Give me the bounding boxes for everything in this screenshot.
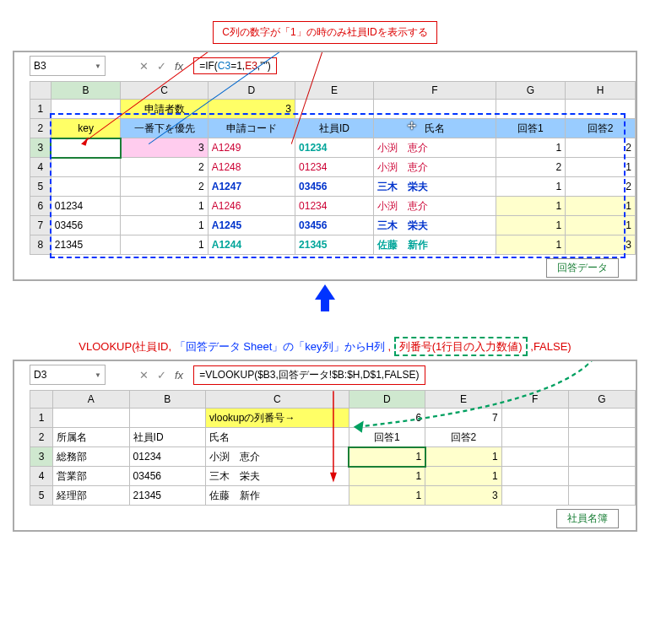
- col-header[interactable]: E: [295, 82, 374, 100]
- cell[interactable]: 氏名: [206, 428, 349, 447]
- cell[interactable]: 所属名: [53, 428, 129, 447]
- cell[interactable]: 1: [566, 158, 636, 177]
- cell[interactable]: 小渕 恵介: [374, 197, 496, 216]
- cell[interactable]: 3: [121, 138, 208, 158]
- cell[interactable]: 回答1: [349, 428, 425, 447]
- col-header[interactable]: G: [496, 82, 566, 100]
- cell[interactable]: 回答1: [496, 119, 566, 138]
- sheet-tab[interactable]: 回答データ: [546, 258, 619, 278]
- row-header[interactable]: 3: [30, 138, 51, 158]
- cell[interactable]: 1: [566, 197, 636, 216]
- cancel-icon[interactable]: ✕: [139, 60, 149, 73]
- cell[interactable]: 小渕 恵介: [206, 447, 349, 467]
- formula-bar[interactable]: =VLOOKUP($B3,回答データ!$B:$H,D$1,FALSE): [190, 365, 636, 384]
- col-header[interactable]: A: [53, 391, 129, 409]
- cell[interactable]: 2: [121, 158, 208, 177]
- cell[interactable]: 1: [425, 447, 501, 467]
- cell[interactable]: 佐藤 新作: [206, 486, 349, 506]
- col-header[interactable]: D: [208, 82, 295, 100]
- row-header[interactable]: 3: [30, 447, 53, 467]
- cell[interactable]: 回答2: [566, 119, 636, 138]
- cell[interactable]: 21345: [295, 235, 374, 255]
- cell[interactable]: 2: [496, 158, 566, 177]
- row-header[interactable]: 2: [30, 119, 51, 138]
- cell[interactable]: 03456: [295, 216, 374, 235]
- col-header[interactable]: C: [206, 391, 349, 409]
- row-header[interactable]: 2: [30, 428, 53, 447]
- enter-icon[interactable]: ✓: [157, 369, 166, 382]
- cell[interactable]: 1: [349, 467, 425, 486]
- sheet-grid[interactable]: A B C D E F G 1 vlookupの列番号→ 6 7 2 所属名 社…: [30, 390, 636, 506]
- cell[interactable]: 1: [496, 216, 566, 235]
- cell[interactable]: 1: [349, 486, 425, 506]
- cell[interactable]: 2: [121, 177, 208, 197]
- cell[interactable]: 一番下を優先: [121, 119, 208, 138]
- cell[interactable]: 1: [349, 447, 425, 467]
- dropdown-icon[interactable]: ▼: [95, 371, 101, 379]
- name-box[interactable]: D3 ▼: [30, 365, 106, 385]
- cell[interactable]: 01234: [295, 197, 374, 216]
- cell[interactable]: 1: [121, 197, 208, 216]
- cell[interactable]: 01234: [129, 447, 205, 467]
- cell[interactable]: 1: [121, 216, 208, 235]
- cell[interactable]: 1: [496, 197, 566, 216]
- sheet-grid[interactable]: B C D E F G H 1 申請者数 3 2 key 一番下を優先 申請コー…: [30, 81, 636, 255]
- cell[interactable]: 小渕 恵介: [374, 138, 496, 158]
- cell[interactable]: A1248: [208, 158, 295, 177]
- cell[interactable]: 三木 栄夫: [206, 467, 349, 486]
- cell[interactable]: 01234: [51, 197, 121, 216]
- cell[interactable]: [51, 177, 121, 197]
- cell[interactable]: 三木 栄夫: [374, 177, 496, 197]
- col-header[interactable]: B: [51, 82, 121, 100]
- cell[interactable]: 経理部: [53, 486, 129, 506]
- cell[interactable]: 社員ID: [129, 428, 205, 447]
- cell[interactable]: 小渕 恵介: [374, 158, 496, 177]
- cell[interactable]: 1: [496, 177, 566, 197]
- col-header[interactable]: F: [501, 391, 568, 409]
- enter-icon[interactable]: ✓: [157, 60, 166, 73]
- formula-bar[interactable]: =IF(C3=1,E3,""): [190, 57, 636, 75]
- cell[interactable]: 回答2: [425, 428, 501, 447]
- col-header[interactable]: C: [121, 82, 208, 100]
- cell[interactable]: A1244: [208, 235, 295, 255]
- cancel-icon[interactable]: ✕: [139, 369, 149, 382]
- row-header[interactable]: 1: [30, 100, 51, 119]
- cell[interactable]: 氏名: [374, 119, 496, 138]
- cell[interactable]: 6: [349, 409, 425, 428]
- row-header[interactable]: 5: [30, 486, 53, 506]
- cell[interactable]: A1245: [208, 216, 295, 235]
- cell[interactable]: 01234: [295, 138, 374, 158]
- cell[interactable]: key: [51, 119, 121, 138]
- cell[interactable]: 01234: [295, 158, 374, 177]
- cell[interactable]: 2: [566, 138, 636, 158]
- cell[interactable]: A1249: [208, 138, 295, 158]
- cell[interactable]: 03456: [129, 467, 205, 486]
- cell[interactable]: 1: [496, 138, 566, 158]
- cell[interactable]: 申請者数: [121, 100, 208, 119]
- cell[interactable]: 7: [425, 409, 501, 428]
- cell[interactable]: 総務部: [53, 447, 129, 467]
- cell[interactable]: 3: [566, 235, 636, 255]
- cell[interactable]: 申請コード: [208, 119, 295, 138]
- cell[interactable]: 2: [566, 177, 636, 197]
- cell[interactable]: 1: [121, 235, 208, 255]
- cell[interactable]: 社員ID: [295, 119, 374, 138]
- cell[interactable]: 03456: [51, 216, 121, 235]
- cell[interactable]: [51, 158, 121, 177]
- cell[interactable]: 1: [496, 235, 566, 255]
- row-header[interactable]: 8: [30, 235, 51, 255]
- col-header[interactable]: F: [374, 82, 496, 100]
- row-header[interactable]: 5: [30, 177, 51, 197]
- cell[interactable]: 3: [208, 100, 295, 119]
- col-header[interactable]: D: [349, 391, 425, 409]
- col-header[interactable]: H: [566, 82, 636, 100]
- row-header[interactable]: 1: [30, 409, 53, 428]
- cell[interactable]: A1247: [208, 177, 295, 197]
- col-header[interactable]: E: [425, 391, 501, 409]
- cell[interactable]: A1246: [208, 197, 295, 216]
- cell[interactable]: vlookupの列番号→: [206, 409, 349, 428]
- row-header[interactable]: 6: [30, 197, 51, 216]
- dropdown-icon[interactable]: ▼: [95, 62, 101, 70]
- name-box[interactable]: B3 ▼: [30, 56, 106, 76]
- fx-icon[interactable]: fx: [175, 60, 183, 73]
